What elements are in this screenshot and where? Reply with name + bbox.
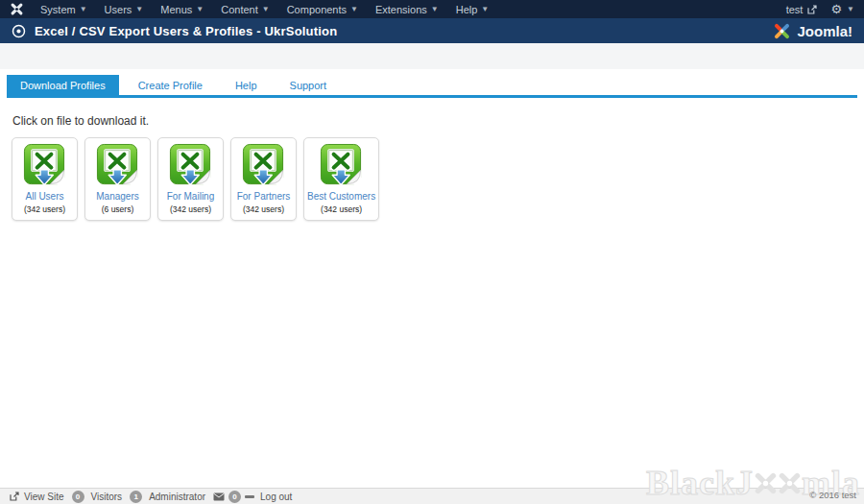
menu-components[interactable]: Components ▼ <box>278 4 367 15</box>
chevron-down-icon: ▼ <box>262 6 270 13</box>
excel-file-icon <box>95 143 140 188</box>
visitors-label: Visitors <box>91 492 123 502</box>
joomla-logo-text: Joomla! <box>797 23 852 39</box>
menu-users[interactable]: Users ▼ <box>96 4 153 15</box>
instruction-text: Click on file to download it. <box>12 114 864 128</box>
profile-user-count: (342 users) <box>234 204 293 214</box>
copyright-text: © 2016 test <box>809 490 856 500</box>
page-title: Excel / CSV Export Users & Profiles - Uk… <box>35 24 337 38</box>
excel-file-icon <box>168 143 213 188</box>
component-icon <box>12 24 26 38</box>
gear-icon: ⚙ <box>830 2 842 16</box>
messages-count-badge: 0 <box>228 491 241 503</box>
settings-menu[interactable]: ⚙ ▼ <box>830 2 854 16</box>
menu-help-label: Help <box>456 4 478 15</box>
menu-components-label: Components <box>287 4 347 15</box>
chevron-down-icon: ▼ <box>350 6 358 13</box>
excel-file-icon <box>22 143 67 188</box>
chevron-down-icon: ▼ <box>481 6 489 13</box>
admin-menubar: System ▼ Users ▼ Menus ▼ Content ▼ Compo… <box>0 0 864 18</box>
profile-card-for-mailing[interactable]: For Mailing (342 users) <box>157 137 224 221</box>
external-link-icon <box>807 5 817 14</box>
profile-name: For Mailing <box>161 191 220 202</box>
admin-count-badge: 1 <box>130 491 142 503</box>
menu-menus[interactable]: Menus ▼ <box>152 4 212 15</box>
tab-download-profiles[interactable]: Download Profiles <box>7 75 119 95</box>
menu-extensions[interactable]: Extensions ▼ <box>367 4 447 15</box>
view-site-link[interactable]: View Site <box>10 492 64 502</box>
user-label: test <box>786 4 804 15</box>
profile-cards: All Users (342 users) Managers (6 users)… <box>12 137 864 221</box>
profile-card-best-customers[interactable]: Best Customers (342 users) <box>303 137 379 221</box>
menu-help[interactable]: Help ▼ <box>447 4 498 15</box>
visitors-status: 0 Visitors <box>70 491 123 503</box>
menu-content-label: Content <box>221 4 258 15</box>
visitors-count-badge: 0 <box>72 491 84 503</box>
logout-link[interactable]: Log out <box>260 492 292 502</box>
view-site-label: View Site <box>24 492 64 502</box>
tab-support[interactable]: Support <box>276 75 341 95</box>
joomla-icon <box>10 2 24 16</box>
status-bar: View Site 0 Visitors 1 Administrator 0 L… <box>0 488 864 504</box>
joomla-logo: Joomla! <box>773 22 852 40</box>
chevron-down-icon: ▼ <box>431 6 439 13</box>
administrator-status: 1 Administrator <box>128 491 205 503</box>
chevron-down-icon: ▼ <box>135 6 143 13</box>
profile-user-count: (342 users) <box>307 204 375 214</box>
profile-card-all-users[interactable]: All Users (342 users) <box>12 137 78 221</box>
profile-user-count: (342 users) <box>15 204 74 214</box>
view-site-user-link[interactable]: test <box>786 4 818 15</box>
tab-bar: Download Profiles Create Profile Help Su… <box>7 75 857 98</box>
tab-create-profile[interactable]: Create Profile <box>125 75 216 95</box>
excel-file-icon <box>319 143 364 188</box>
profile-name: Best Customers <box>307 191 375 202</box>
menu-users-label: Users <box>105 4 132 15</box>
messages-envelope-icon[interactable] <box>213 492 225 501</box>
tab-help[interactable]: Help <box>222 75 271 95</box>
menu-system[interactable]: System ▼ <box>32 4 96 15</box>
profile-card-for-partners[interactable]: For Partners (342 users) <box>230 137 297 221</box>
admin-label: Administrator <box>149 492 205 502</box>
profile-name: For Partners <box>234 191 293 202</box>
chevron-down-icon: ▼ <box>847 6 854 13</box>
chevron-down-icon: ▼ <box>80 6 87 13</box>
subhead-strip <box>0 43 864 69</box>
menu-menus-label: Menus <box>160 4 192 15</box>
profile-user-count: (342 users) <box>161 204 220 214</box>
profile-card-managers[interactable]: Managers (6 users) <box>84 137 151 221</box>
profile-user-count: (6 users) <box>88 204 147 214</box>
menu-extensions-label: Extensions <box>375 4 427 15</box>
joomla-logo-icon <box>773 22 791 40</box>
menu-content[interactable]: Content ▼ <box>212 4 277 15</box>
page-header: Excel / CSV Export Users & Profiles - Uk… <box>0 18 864 43</box>
external-link-icon <box>10 492 19 501</box>
separator-dash-icon <box>245 495 254 498</box>
chevron-down-icon: ▼ <box>196 6 204 13</box>
excel-file-icon <box>241 143 286 188</box>
profile-name: Managers <box>88 191 147 202</box>
profile-name: All Users <box>15 191 74 202</box>
menu-system-label: System <box>40 4 76 15</box>
